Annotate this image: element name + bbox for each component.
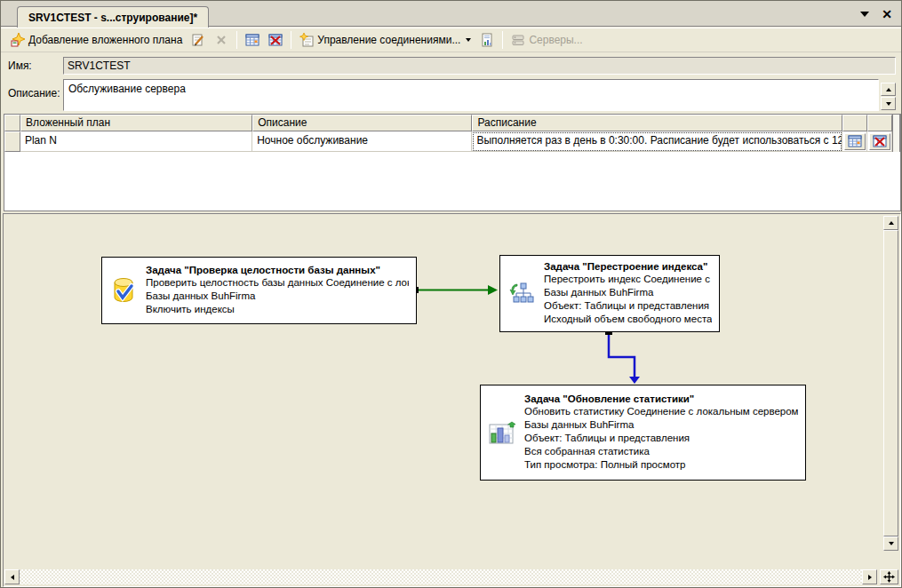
edit-schedule-cell [842,131,867,152]
task-title: Задача "Проверка целостности базы данных… [146,265,409,275]
document-tab-strip: SRV1CTEST - s...струирование]* ✕ [1,1,901,27]
task-detail: Проверить целостность базы данных Соедин… [146,276,409,290]
subplan-grid-header: Вложенный план Описание Расписание [4,115,900,131]
left-arrow-icon [11,575,14,580]
servers-label: Серверы... [529,34,582,46]
remove-schedule-button[interactable] [869,133,890,150]
add-subplan-button[interactable]: Добавление вложенного плана [6,29,187,51]
task-detail: Базы данных BuhFirma [524,418,798,432]
column-header-remove-schedule [867,115,892,131]
subplan-name-cell[interactable]: Plan N [20,131,252,152]
edit-schedule-button[interactable] [844,133,866,150]
scroll-down-button[interactable] [883,536,898,551]
scroll-up-button[interactable] [883,216,898,230]
task-detail: Перестроить индекс Соединение с ... [544,273,712,286]
scroll-right-button[interactable] [862,569,877,584]
toolbar-separator [236,31,237,49]
calendar-schedule-icon [245,33,259,47]
edit-subplan-button[interactable] [187,29,210,51]
name-label: Имя: [8,60,32,72]
task-detail: Вся собранная статистика [524,445,798,458]
grid-scrollbar-strip [892,115,900,131]
subplan-grid: Вложенный план Описание Расписание Plan … [4,114,901,211]
column-header-schedule: Расписание [472,115,842,131]
task-detail: Базы данных BuhFirma [544,286,712,299]
task-title: Задача "Обновление статистики" [524,393,798,404]
column-header-subplan: Вложенный план [20,115,252,131]
document-tab-title: SRV1CTEST - s...струирование]* [28,12,197,24]
add-subplan-icon [11,33,25,47]
manage-connections-button[interactable]: Управление соединениями... [295,29,475,51]
scroll-down-button[interactable] [881,97,896,110]
servers-button[interactable]: Серверы... [507,29,587,51]
row-selector-header [4,115,20,131]
task-detail: Исходный объем свободного места [544,313,712,326]
rebuild-index-icon [507,282,536,306]
task-detail: Базы данных BuhFirma [146,290,409,303]
column-header-description: Описание [252,115,472,131]
subplan-schedule-button[interactable] [241,29,264,51]
row-selector-cell[interactable] [4,131,20,152]
calendar-remove-icon [873,135,887,147]
edit-pencil-icon [191,33,205,47]
reporting-button[interactable] [475,29,499,51]
horizontal-scrollbar-track[interactable] [20,569,862,584]
vertical-scrollbar[interactable] [883,216,898,551]
task-title: Задача "Перестроение индекса" [544,261,712,272]
task-detail: Тип просмотра: Полный просмотр [524,458,798,472]
design-surface[interactable]: Задача "Проверка целостности базы данных… [3,213,901,587]
description-input[interactable]: Обслуживание сервера [63,79,879,111]
remove-schedule-cell [867,131,892,152]
document-tab[interactable]: SRV1CTEST - s...струирование]* [17,6,209,28]
report-icon [480,33,494,47]
description-scroll-spinner [881,83,896,111]
horizontal-scrollbar[interactable] [4,569,877,584]
maintenance-plan-designer-window: SRV1CTEST - s...струирование]* ✕ Добавле… [0,0,902,588]
add-subplan-label: Добавление вложенного плана [28,34,182,46]
manage-connections-dropdown-icon [466,38,471,42]
scroll-up-button[interactable] [881,83,896,96]
task-detail: Объект: Таблицы и представления [524,432,798,445]
up-arrow-icon [886,88,891,91]
designer-toolbar: Добавление вложенного плана [1,28,901,52]
database-check-icon [109,276,138,305]
servers-icon [511,33,525,47]
description-label: Описание: [8,87,60,99]
task-update-statistics[interactable]: Задача "Обновление статистики" Обновить … [480,385,806,481]
remove-schedule-button[interactable] [264,29,287,51]
manage-connections-icon [299,33,314,47]
manage-connections-label: Управление соединениями... [317,34,460,46]
task-check-database-integrity[interactable]: Задача "Проверка целостности базы данных… [101,257,417,324]
calendar-remove-icon [268,33,283,47]
connector-completion-blue[interactable] [605,330,640,384]
delete-subplan-button[interactable] [210,29,233,51]
column-header-edit-schedule [842,115,867,131]
task-detail: Включить индексы [146,303,409,316]
vertical-scrollbar-thumb[interactable] [883,230,898,536]
toolbar-separator [291,31,291,49]
right-arrow-icon [868,575,872,580]
tab-list-chevron-down-icon[interactable] [860,12,869,17]
delete-x-icon [214,33,228,47]
connector-success-green[interactable] [411,285,498,295]
name-input[interactable] [63,57,896,75]
task-rebuild-index[interactable]: Задача "Перестроение индекса" Перестроит… [499,255,720,332]
down-arrow-icon [886,102,891,106]
pan-surface-button[interactable] [880,569,898,584]
up-arrow-icon [889,221,894,225]
scroll-left-button[interactable] [4,569,20,584]
grid-scrollbar-strip[interactable] [892,131,900,152]
update-statistics-icon [488,419,516,446]
subplan-description-cell[interactable]: Ночное обслуживание [252,131,472,152]
pan-arrows-icon [883,571,895,583]
calendar-schedule-icon [848,135,862,147]
task-detail: Объект: Таблицы и представления [544,299,712,313]
subplan-schedule-cell[interactable]: Выполняется раз в день в 0:30:00. Распис… [472,131,842,152]
toolbar-separator [502,31,503,49]
table-row: Plan N Ночное обслуживание Выполняется р… [4,131,900,152]
close-icon[interactable]: ✕ [882,8,892,20]
down-arrow-icon [889,542,894,545]
task-detail: Обновить статистику Соединение с локальн… [524,405,798,418]
